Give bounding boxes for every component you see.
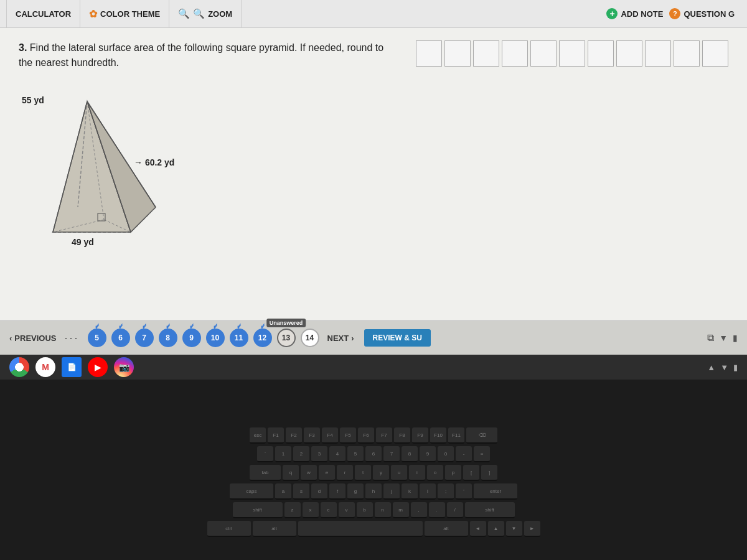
key-arrow-left[interactable]: ◄ [470,521,486,537]
key-p[interactable]: p [445,465,461,481]
next-button[interactable]: NEXT › [327,334,354,343]
key-caps[interactable]: caps [230,483,273,500]
nav-number-10[interactable]: 10 ✓ [206,329,225,347]
instagram-icon[interactable]: 📷 [114,357,134,377]
chrome-icon[interactable] [9,357,29,377]
key-m[interactable]: m [393,502,409,518]
docs-icon[interactable]: 📄 [62,357,82,377]
previous-button[interactable]: ‹ PREVIOUS [9,334,57,343]
key-o[interactable]: o [427,465,443,481]
key-u[interactable]: u [391,465,407,481]
review-submit-button[interactable]: REVIEW & SU [364,329,431,347]
key-s[interactable]: s [293,483,309,500]
nav-number-5[interactable]: 5 ✓ [88,329,106,347]
key-a[interactable]: a [275,483,291,500]
taskbar-arrow-up[interactable]: ▲ [707,363,715,372]
key-f3[interactable]: F3 [304,427,320,444]
answer-box-6[interactable] [559,40,585,67]
key-esc[interactable]: esc [250,427,266,444]
calculator-button[interactable]: CALCULATOR [6,0,80,27]
youtube-icon[interactable]: ▶ [88,357,108,377]
nav-number-7[interactable]: 7 ✓ [135,329,154,347]
key-alt[interactable]: alt [253,521,296,537]
key-r[interactable]: r [337,465,353,481]
zoom-button[interactable]: 🔍 🔍 ZOOM [169,0,242,27]
answer-box-3[interactable] [473,40,499,67]
key-f9[interactable]: F9 [412,427,428,444]
key-g[interactable]: g [347,483,364,500]
key-f5[interactable]: F5 [340,427,356,444]
key-b[interactable]: b [357,502,373,518]
key-bracket-l[interactable]: [ [463,465,479,481]
answer-box-10[interactable] [674,40,700,67]
key-0[interactable]: 0 [438,446,454,462]
key-l[interactable]: l [420,483,436,500]
gmail-icon[interactable]: M [35,357,55,377]
answer-box-8[interactable] [616,40,642,67]
key-f7[interactable]: F7 [376,427,392,444]
nav-number-8[interactable]: 8 ✓ [159,329,177,347]
key-period[interactable]: . [429,502,445,518]
key-f10[interactable]: F10 [430,427,446,444]
key-9[interactable]: 9 [420,446,436,462]
key-f[interactable]: f [329,483,345,500]
answer-box-5[interactable] [530,40,557,67]
answer-box-1[interactable] [416,40,442,67]
color-theme-button[interactable]: ✿ COLOR THEME [80,0,169,27]
key-semicolon[interactable]: ; [438,483,454,500]
key-e[interactable]: e [319,465,335,481]
key-backtick[interactable]: ` [257,446,273,462]
nav-number-6[interactable]: 6 ✓ [111,329,130,347]
key-shift-l[interactable]: shift [233,502,283,518]
key-7[interactable]: 7 [383,446,400,462]
key-arrow-right[interactable]: ► [524,521,540,537]
key-f8[interactable]: F8 [394,427,410,444]
key-backspace[interactable]: ⌫ [466,427,497,444]
key-x[interactable]: x [303,502,319,518]
key-arrow-down[interactable]: ▼ [506,521,522,537]
key-2[interactable]: 2 [293,446,309,462]
key-f4[interactable]: F4 [322,427,338,444]
key-tab[interactable]: tab [250,465,281,481]
arrow-down-icon[interactable]: ▼ [719,333,728,343]
key-arrow-up[interactable]: ▲ [488,521,504,537]
question-guide-button[interactable]: ? QUESTION G [669,8,735,19]
key-3[interactable]: 3 [311,446,327,462]
key-4[interactable]: 4 [329,446,345,462]
key-f11[interactable]: F11 [448,427,464,444]
answer-box-4[interactable] [502,40,528,67]
key-c[interactable]: c [321,502,337,518]
answer-box-2[interactable] [444,40,471,67]
key-ctrl[interactable]: ctrl [207,521,251,537]
key-f1[interactable]: F1 [268,427,284,444]
key-1[interactable]: 1 [275,446,291,462]
key-q[interactable]: q [283,465,299,481]
key-k[interactable]: k [402,483,418,500]
key-alt-r[interactable]: alt [425,521,468,537]
answer-box-11[interactable] [702,40,728,67]
add-note-button[interactable]: + ADD NOTE [606,8,663,19]
key-y[interactable]: y [373,465,389,481]
key-minus[interactable]: - [456,446,472,462]
key-comma[interactable]: , [411,502,427,518]
key-quote[interactable]: ' [456,483,472,500]
nav-number-14[interactable]: 14 [301,329,319,347]
key-t[interactable]: t [355,465,371,481]
copy-icon[interactable]: ⧉ [707,332,714,343]
key-5[interactable]: 5 [347,446,364,462]
key-slash[interactable]: / [447,502,463,518]
key-f2[interactable]: F2 [286,427,302,444]
key-z[interactable]: z [284,502,301,518]
taskbar-arrow-down[interactable]: ▼ [720,363,728,372]
nav-number-13[interactable]: Unanswered 13 [277,329,296,347]
key-v[interactable]: v [339,502,355,518]
key-6[interactable]: 6 [365,446,382,462]
key-h[interactable]: h [365,483,382,500]
key-n[interactable]: n [375,502,391,518]
key-shift-r[interactable]: shift [465,502,515,518]
key-j[interactable]: j [383,483,400,500]
key-space[interactable] [298,521,423,537]
key-d[interactable]: d [311,483,327,500]
key-bracket-r[interactable]: ] [481,465,497,481]
nav-number-9[interactable]: 9 ✓ [182,329,201,347]
